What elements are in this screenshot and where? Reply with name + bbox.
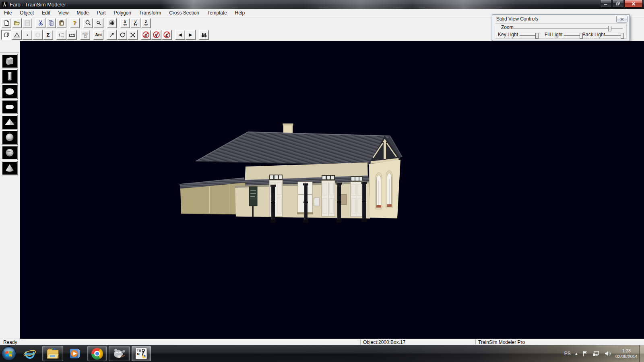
ruler-button[interactable] bbox=[67, 30, 77, 40]
menu-cross-section[interactable]: Cross Section bbox=[165, 10, 203, 16]
lock-x-button[interactable]: x bbox=[141, 30, 151, 40]
sigma-tool-button[interactable]: Σ bbox=[43, 30, 53, 40]
key-light-slider-thumb[interactable] bbox=[535, 33, 539, 39]
capsule-primitive-icon bbox=[3, 101, 16, 113]
trainsim-modeler-icon: TS M bbox=[135, 348, 147, 360]
back-light-slider-label: Back Light bbox=[582, 32, 605, 37]
circle-tool-button[interactable] bbox=[33, 30, 43, 40]
taskbar-trainsim-modeler[interactable]: TS M bbox=[132, 346, 151, 361]
menu-template[interactable]: Template bbox=[203, 10, 231, 16]
animate-button[interactable]: Ani bbox=[93, 30, 103, 40]
menu-mode[interactable]: Mode bbox=[73, 10, 93, 16]
find-button[interactable] bbox=[199, 30, 209, 40]
save-button[interactable] bbox=[22, 18, 32, 28]
triangle-tool-button[interactable] bbox=[12, 30, 22, 40]
back-light-slider-thumb[interactable] bbox=[621, 33, 624, 39]
left-right-arrow-icon: ↔ bbox=[123, 23, 127, 27]
taskbar-gimp[interactable] bbox=[109, 346, 130, 361]
lock-y-button[interactable]: y bbox=[151, 30, 161, 40]
grid-icon bbox=[109, 20, 115, 26]
new-document-icon bbox=[3, 20, 10, 26]
axis-z-button[interactable]: z ↔ bbox=[141, 18, 151, 28]
scale-icon bbox=[130, 32, 136, 38]
action-center-flag-icon[interactable] bbox=[582, 350, 588, 357]
menu-view[interactable]: View bbox=[54, 10, 73, 16]
back-light-slider[interactable] bbox=[604, 35, 623, 36]
network-icon[interactable] bbox=[592, 350, 600, 357]
box-tool-button[interactable] bbox=[1, 30, 11, 40]
menu-object[interactable]: Object bbox=[16, 10, 38, 16]
help-button[interactable]: ? bbox=[70, 18, 80, 28]
taskbar-chrome[interactable] bbox=[87, 346, 107, 361]
left-right-arrow-icon: ↔ bbox=[134, 23, 137, 27]
marquee-select-button[interactable] bbox=[56, 30, 66, 40]
taskbar-internet-explorer[interactable] bbox=[19, 346, 40, 361]
start-button[interactable] bbox=[1, 346, 17, 361]
lock-z-button[interactable]: z bbox=[162, 30, 172, 40]
menu-part[interactable]: Part bbox=[93, 10, 110, 16]
box-primitive-icon bbox=[3, 56, 16, 67]
fill-light-slider[interactable] bbox=[564, 35, 582, 36]
animate-icon: Ani bbox=[95, 33, 101, 37]
windows-explorer-icon bbox=[46, 348, 60, 360]
zoom-out-button[interactable] bbox=[93, 18, 103, 28]
sigma-icon: Σ bbox=[46, 32, 50, 37]
sidebar-tool-cone[interactable] bbox=[2, 161, 18, 175]
restore-button[interactable] bbox=[612, 0, 624, 8]
sidebar-tool-ellipsoid[interactable] bbox=[2, 84, 18, 99]
key-light-slider-label: Key Light bbox=[498, 32, 518, 37]
copy-button[interactable] bbox=[46, 18, 56, 28]
step-back-button[interactable]: ◀ bbox=[175, 30, 185, 40]
menu-edit[interactable]: Edit bbox=[38, 10, 54, 16]
zoom-slider-thumb[interactable] bbox=[608, 26, 611, 31]
language-indicator[interactable]: ES bbox=[564, 351, 571, 356]
menu-transform[interactable]: Transform bbox=[135, 10, 165, 16]
axis-y-button[interactable]: y ↔ bbox=[130, 18, 140, 28]
menu-help[interactable]: Help bbox=[231, 10, 249, 16]
panel-close-button[interactable] bbox=[616, 16, 627, 23]
add-part-button[interactable]: ADD bbox=[80, 30, 90, 40]
move-tool-button[interactable] bbox=[107, 30, 117, 40]
step-forward-button[interactable]: ▶ bbox=[186, 30, 196, 40]
sidebar-tool-geosphere[interactable] bbox=[2, 146, 18, 160]
solid-view-controls-panel[interactable]: Solid View Controls Zoom Key Light Fill … bbox=[492, 14, 630, 41]
open-button[interactable] bbox=[12, 18, 22, 28]
sidebar-tool-pyramid[interactable] bbox=[2, 115, 18, 130]
primitive-toolbar bbox=[0, 41, 20, 339]
close-button[interactable] bbox=[624, 0, 642, 8]
new-button[interactable] bbox=[1, 18, 11, 28]
sidebar-tool-cylinder[interactable] bbox=[2, 69, 18, 84]
paste-button[interactable] bbox=[56, 18, 66, 28]
sphere-primitive-icon bbox=[3, 132, 16, 143]
sidebar-tool-box[interactable] bbox=[2, 54, 18, 68]
sidebar-tool-capsule[interactable] bbox=[2, 100, 18, 114]
minimize-button[interactable] bbox=[600, 0, 612, 8]
previous-icon: ◀ bbox=[178, 33, 182, 37]
axis-x-button[interactable]: x ↔ bbox=[120, 18, 130, 28]
sidebar-tool-sphere[interactable] bbox=[2, 130, 18, 145]
no-symbol-icon bbox=[142, 31, 150, 39]
zoom-out-icon bbox=[95, 20, 102, 26]
show-desktop-button[interactable] bbox=[639, 345, 644, 362]
svg-text:M: M bbox=[137, 352, 140, 356]
menu-file[interactable]: File bbox=[0, 10, 16, 16]
clock[interactable]: 1:28 02/08/2014 bbox=[615, 348, 638, 359]
gimp-icon bbox=[112, 348, 126, 360]
volume-icon[interactable] bbox=[604, 350, 611, 357]
rotate-tool-button[interactable] bbox=[117, 30, 127, 40]
model-viewport[interactable] bbox=[20, 41, 644, 339]
zoom-slider[interactable] bbox=[512, 28, 623, 29]
point-tool-button[interactable] bbox=[22, 30, 32, 40]
close-icon bbox=[620, 18, 624, 21]
minimize-icon bbox=[604, 2, 608, 6]
menu-polygon[interactable]: Polygon bbox=[110, 10, 135, 16]
taskbar-media-player[interactable] bbox=[65, 346, 85, 361]
fill-light-slider-label: Fill Light bbox=[545, 32, 563, 37]
scale-tool-button[interactable] bbox=[128, 30, 138, 40]
zoom-in-button[interactable] bbox=[83, 18, 93, 28]
taskbar-windows-explorer[interactable] bbox=[42, 346, 63, 361]
key-light-slider[interactable] bbox=[520, 35, 537, 36]
grid-button[interactable] bbox=[107, 18, 117, 28]
show-hidden-icons-button[interactable]: ▲ bbox=[575, 352, 578, 356]
cut-button[interactable] bbox=[35, 18, 45, 28]
